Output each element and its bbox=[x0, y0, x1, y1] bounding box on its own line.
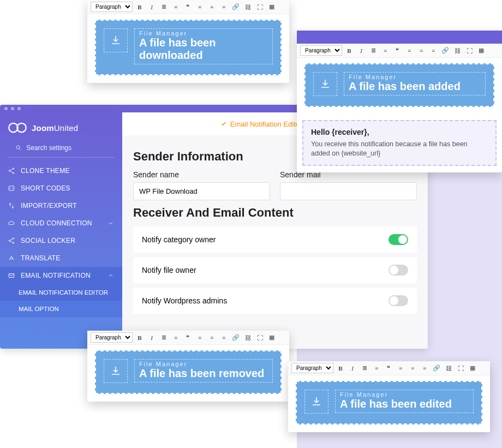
toggle-notify-wp-admins[interactable] bbox=[389, 295, 408, 306]
sidebar-sub-editor[interactable]: EMAIL NOTIFICATION EDITOR bbox=[0, 284, 122, 301]
link-button[interactable]: 🔗 bbox=[440, 46, 450, 56]
format-select[interactable]: Paragraph bbox=[300, 45, 342, 56]
italic-button[interactable]: I bbox=[147, 333, 157, 343]
more-button[interactable]: ▦ bbox=[267, 2, 277, 12]
align-center-button[interactable]: ≡ bbox=[207, 2, 217, 12]
quote-button[interactable]: ❝ bbox=[183, 2, 193, 12]
quote-button[interactable]: ❝ bbox=[392, 46, 402, 56]
format-select[interactable]: Paragraph bbox=[91, 2, 133, 12]
sidebar-item-social-locker[interactable]: SOCIAL LOCKER bbox=[0, 232, 122, 249]
link-button[interactable]: 🔗 bbox=[432, 363, 441, 373]
ul-button[interactable]: ≣ bbox=[159, 333, 169, 343]
sidebar-item-cloud-connection[interactable]: CLOUD CONNECTION bbox=[0, 214, 122, 232]
bold-button[interactable]: B bbox=[135, 333, 145, 343]
mail-icon bbox=[8, 272, 15, 279]
svg-point-10 bbox=[13, 242, 14, 243]
download-icon bbox=[304, 390, 328, 414]
fullscreen-button[interactable]: ⛶ bbox=[255, 2, 265, 12]
ul-button[interactable]: ≣ bbox=[368, 46, 378, 56]
unlink-button[interactable]: ⛓ bbox=[243, 333, 253, 343]
format-select[interactable]: Paragraph bbox=[91, 332, 133, 343]
sidebar-item-email-notification[interactable]: EMAIL NOTIFICATION bbox=[0, 267, 122, 284]
code-icon bbox=[8, 184, 15, 192]
sender-mail-input[interactable] bbox=[280, 182, 417, 200]
search-row bbox=[8, 141, 115, 158]
sidebar-item-short-codes[interactable]: SHORT CODES bbox=[0, 180, 122, 197]
italic-button[interactable]: I bbox=[356, 46, 366, 56]
align-left-button[interactable]: ≡ bbox=[396, 363, 405, 373]
tab-email-editor[interactable]: Email Notifiation Editor bbox=[220, 120, 302, 128]
link-button[interactable]: 🔗 bbox=[231, 2, 241, 12]
card-title: A file has been removed bbox=[139, 367, 268, 380]
sidebar-item-translate[interactable]: TRANSLATE bbox=[0, 249, 122, 267]
ol-button[interactable]: ≡ bbox=[171, 333, 181, 343]
window-dot bbox=[11, 107, 14, 110]
sidebar: JoomUnited CLONE THEME SHORT CODES IMPOR… bbox=[0, 112, 122, 349]
editor-toolbar: Paragraph B I ≣ ≡ ❝ ≡ ≡ ≡ 🔗 ⛓ ⛶ ▦ bbox=[87, 331, 289, 345]
more-button[interactable]: ▦ bbox=[267, 333, 277, 343]
more-button[interactable]: ▦ bbox=[476, 46, 486, 56]
align-right-button[interactable]: ≡ bbox=[219, 333, 229, 343]
sidebar-item-clone-theme[interactable]: CLONE THEME bbox=[0, 162, 122, 180]
svg-point-9 bbox=[13, 238, 14, 239]
more-button[interactable]: ▦ bbox=[468, 363, 477, 373]
editor-float-downloaded: Paragraph B I ≣ ≡ ❝ ≡ ≡ ≡ 🔗 ⛓ ⛶ ▦ File M… bbox=[87, 0, 289, 83]
option-notify-wp-admins: Notify Wordpress admins bbox=[133, 288, 417, 314]
card-title: A file has been added bbox=[349, 80, 481, 93]
quote-button[interactable]: ❝ bbox=[183, 333, 193, 343]
svg-point-5 bbox=[13, 168, 14, 169]
ul-button[interactable]: ≣ bbox=[360, 363, 369, 373]
align-left-button[interactable]: ≡ bbox=[195, 333, 205, 343]
unlink-button[interactable]: ⛓ bbox=[452, 46, 462, 56]
svg-point-2 bbox=[16, 146, 20, 149]
ol-button[interactable]: ≡ bbox=[372, 363, 381, 373]
ol-button[interactable]: ≡ bbox=[380, 46, 390, 56]
share-icon bbox=[8, 237, 15, 244]
share-icon bbox=[8, 167, 15, 175]
brand-logo-icon bbox=[8, 121, 27, 134]
align-center-button[interactable]: ≡ bbox=[408, 363, 417, 373]
align-left-button[interactable]: ≡ bbox=[404, 46, 414, 56]
ul-button[interactable]: ≣ bbox=[159, 2, 169, 12]
toggle-notify-file-owner[interactable] bbox=[389, 265, 408, 276]
svg-point-8 bbox=[9, 240, 10, 241]
bold-button[interactable]: B bbox=[336, 363, 345, 373]
link-button[interactable]: 🔗 bbox=[231, 333, 241, 343]
download-icon bbox=[313, 72, 337, 96]
download-icon bbox=[104, 359, 128, 383]
option-label: Notify Wordpress admins bbox=[142, 296, 227, 305]
italic-button[interactable]: I bbox=[147, 2, 157, 12]
ol-button[interactable]: ≡ bbox=[171, 2, 181, 12]
unlink-button[interactable]: ⛓ bbox=[444, 363, 453, 373]
fullscreen-button[interactable]: ⛶ bbox=[255, 333, 265, 343]
align-center-button[interactable]: ≡ bbox=[207, 333, 217, 343]
align-right-button[interactable]: ≡ bbox=[428, 46, 438, 56]
editor-float-removed: Paragraph B I ≣ ≡ ❝ ≡ ≡ ≡ 🔗 ⛓ ⛶ ▦ File M… bbox=[87, 331, 289, 402]
align-right-button[interactable]: ≡ bbox=[420, 363, 429, 373]
section-receiver-header: Receiver And Email Content bbox=[133, 206, 417, 220]
editor-float-edited: Paragraph B I ≣ ≡ ❝ ≡ ≡ ≡ 🔗 ⛓ ⛶ ▦ File M… bbox=[288, 361, 490, 432]
align-right-button[interactable]: ≡ bbox=[219, 2, 229, 12]
fullscreen-button[interactable]: ⛶ bbox=[456, 363, 465, 373]
card-subtitle: File Manager bbox=[340, 391, 469, 398]
svg-rect-11 bbox=[9, 274, 14, 278]
bold-button[interactable]: B bbox=[135, 2, 145, 12]
align-left-button[interactable]: ≡ bbox=[195, 2, 205, 12]
editor-toolbar: Paragraph B I ≣ ≡ ❝ ≡ ≡ ≡ 🔗 ⛓ ⛶ ▦ bbox=[87, 0, 289, 14]
brand-name-light: United bbox=[54, 123, 79, 133]
bold-button[interactable]: B bbox=[344, 46, 354, 56]
unlink-button[interactable]: ⛓ bbox=[243, 2, 253, 12]
sidebar-sub-mail-option[interactable]: MAIL OPTION bbox=[0, 301, 122, 317]
format-select[interactable]: Paragraph bbox=[291, 363, 333, 373]
svg-point-6 bbox=[13, 172, 14, 174]
sidebar-item-import-export[interactable]: IMPORT/EXPORT bbox=[0, 197, 122, 214]
align-center-button[interactable]: ≡ bbox=[416, 46, 426, 56]
quote-button[interactable]: ❝ bbox=[384, 363, 393, 373]
toggle-notify-category-owner[interactable] bbox=[389, 234, 408, 245]
fullscreen-button[interactable]: ⛶ bbox=[464, 46, 474, 56]
sender-name-input[interactable] bbox=[133, 182, 270, 200]
notification-card: File Manager A file has been removed bbox=[95, 350, 282, 394]
card-subtitle: File Manager bbox=[139, 361, 268, 367]
search-input[interactable] bbox=[26, 144, 107, 152]
italic-button[interactable]: I bbox=[348, 363, 357, 373]
